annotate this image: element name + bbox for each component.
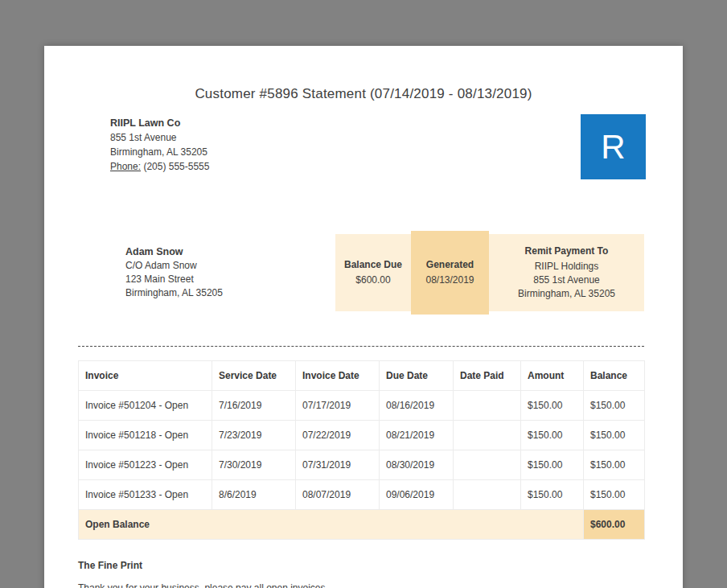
cell-invoice: Invoice #501233 - Open	[79, 480, 212, 510]
cell-invoice: Invoice #501223 - Open	[79, 450, 212, 480]
cell-service-date: 7/23/2019	[212, 421, 296, 450]
remit-line2: 855 1st Avenue	[491, 273, 643, 287]
balance-due-value: $600.00	[337, 273, 409, 287]
remit-line3: Birmingham, AL 35205	[491, 287, 643, 301]
cell-amount: $150.00	[521, 391, 584, 421]
cell-balance: $150.00	[584, 421, 645, 450]
open-balance-total: $600.00	[584, 510, 645, 540]
cell-date-paid	[454, 480, 521, 510]
fine-print-section: The Fine Print Thank you for your busine…	[78, 560, 644, 588]
invoice-table-header: Invoice Service Date Invoice Date Due Da…	[79, 361, 645, 391]
cell-due-date: 09/06/2019	[380, 480, 454, 510]
fine-print-text: Thank you for your business, please pay …	[78, 582, 644, 588]
col-header-amount: Amount	[521, 361, 584, 391]
open-balance-row: Open Balance $600.00	[79, 510, 645, 540]
cell-invoice-date: 07/22/2019	[296, 421, 380, 450]
col-header-invoice: Invoice	[79, 361, 212, 391]
table-row: Invoice #501223 - Open 7/30/2019 07/31/2…	[79, 450, 645, 480]
fine-print-heading: The Fine Print	[78, 560, 644, 571]
company-name: RIIPL Lawn Co	[110, 116, 209, 130]
invoice-table: Invoice Service Date Invoice Date Due Da…	[78, 360, 645, 540]
header-row: Invoice Service Date Invoice Date Due Da…	[79, 361, 645, 391]
cell-service-date: 7/16/2019	[212, 391, 296, 421]
logo-letter: R	[601, 128, 625, 167]
open-balance-label: Open Balance	[79, 510, 584, 540]
cell-date-paid	[454, 450, 521, 480]
statement-page: Customer #5896 Statement (07/14/2019 - 0…	[44, 46, 683, 588]
cell-invoice: Invoice #501218 - Open	[79, 421, 212, 450]
cell-amount: $150.00	[521, 480, 584, 510]
statement-title: Customer #5896 Statement (07/14/2019 - 0…	[44, 86, 683, 102]
phone-label: Phone:	[110, 161, 141, 172]
cell-due-date: 08/21/2019	[380, 421, 454, 450]
company-logo: R	[581, 114, 646, 179]
generated-box: Generated 08/13/2019	[411, 231, 489, 315]
cell-balance: $150.00	[584, 391, 645, 421]
cell-balance: $150.00	[584, 480, 645, 510]
cell-invoice: Invoice #501204 - Open	[79, 391, 212, 421]
col-header-date-paid: Date Paid	[454, 361, 521, 391]
remit-payment-box: Remit Payment To RIIPL Holdings 855 1st …	[489, 234, 644, 311]
company-address-line1: 855 1st Avenue	[110, 130, 209, 145]
remit-label: Remit Payment To	[491, 245, 643, 258]
col-header-invoice-date: Invoice Date	[296, 361, 380, 391]
cell-date-paid	[454, 421, 521, 450]
generated-label: Generated	[413, 258, 487, 272]
table-row: Invoice #501218 - Open 7/23/2019 07/22/2…	[79, 421, 645, 450]
remit-line1: RIIPL Holdings	[491, 260, 643, 273]
generated-value: 08/13/2019	[413, 273, 487, 287]
cell-invoice-date: 08/07/2019	[296, 480, 380, 510]
table-row: Invoice #501233 - Open 8/6/2019 08/07/20…	[79, 480, 645, 510]
company-phone: Phone: (205) 555-5555	[110, 159, 209, 174]
summary-boxes: Balance Due $600.00 Generated 08/13/2019…	[335, 231, 644, 315]
company-header-row: RIIPL Lawn Co 855 1st Avenue Birmingham,…	[110, 116, 646, 179]
invoice-table-body: Invoice #501204 - Open 7/16/2019 07/17/2…	[79, 391, 645, 510]
balance-due-label: Balance Due	[337, 258, 409, 272]
col-header-due-date: Due Date	[380, 361, 454, 391]
company-address-line2: Birmingham, AL 35205	[110, 145, 209, 159]
dashed-divider	[78, 346, 644, 347]
cell-service-date: 7/30/2019	[212, 450, 296, 480]
cell-amount: $150.00	[521, 450, 584, 480]
company-info: RIIPL Lawn Co 855 1st Avenue Birmingham,…	[110, 116, 209, 174]
col-header-balance: Balance	[584, 361, 645, 391]
cell-due-date: 08/30/2019	[380, 450, 454, 480]
document-viewer: Customer #5896 Statement (07/14/2019 - 0…	[0, 0, 727, 588]
customer-street: 123 Main Street	[125, 273, 223, 286]
cell-invoice-date: 07/17/2019	[296, 391, 380, 421]
table-row: Invoice #501204 - Open 7/16/2019 07/17/2…	[79, 391, 645, 421]
cell-due-date: 08/16/2019	[380, 391, 454, 421]
billing-summary-row: Adam Snow C/O Adam Snow 123 Main Street …	[125, 231, 644, 315]
cell-date-paid	[454, 391, 521, 421]
col-header-service-date: Service Date	[212, 361, 296, 391]
customer-city: Birmingham, AL 35205	[125, 286, 223, 300]
cell-amount: $150.00	[521, 421, 584, 450]
customer-name: Adam Snow	[125, 245, 223, 259]
cell-invoice-date: 07/31/2019	[296, 450, 380, 480]
cell-service-date: 8/6/2019	[212, 480, 296, 510]
customer-info: Adam Snow C/O Adam Snow 123 Main Street …	[125, 245, 223, 300]
customer-care-of: C/O Adam Snow	[125, 259, 223, 273]
cell-balance: $150.00	[584, 450, 645, 480]
invoice-table-footer: Open Balance $600.00	[79, 510, 645, 540]
phone-number: (205) 555-5555	[143, 161, 209, 172]
balance-due-box: Balance Due $600.00	[335, 234, 411, 311]
